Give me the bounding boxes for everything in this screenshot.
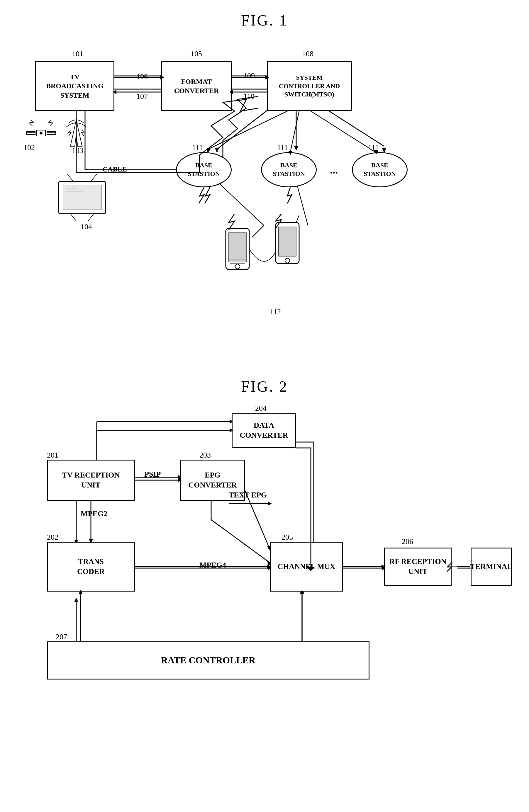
ref204: 204 bbox=[255, 404, 267, 413]
ref202: 202 bbox=[47, 533, 58, 542]
ref205: 205 bbox=[282, 533, 293, 542]
fig1-diagram: TV BROADCASTING SYSTEM 101 FORMAT CONVER… bbox=[18, 38, 511, 360]
svg-line-92 bbox=[211, 520, 269, 562]
ref101: 101 bbox=[72, 49, 83, 58]
data-converter-box: DATA CONVERTER bbox=[232, 413, 296, 448]
ref111-3: 111 bbox=[368, 143, 379, 152]
channel-mux-box: CHANNEL MUX bbox=[270, 542, 343, 592]
ref105: 105 bbox=[190, 49, 202, 58]
base-station-2: BASE STASTION bbox=[261, 152, 317, 187]
svg-rect-21 bbox=[26, 132, 35, 134]
ref106: 106 bbox=[137, 72, 148, 81]
dots: ... bbox=[330, 164, 338, 176]
svg-marker-69 bbox=[268, 502, 272, 506]
fig2-diagram: DATA CONVERTER 204 TV RECEPTION UNIT 201… bbox=[18, 404, 511, 726]
cable-label: CABLE bbox=[103, 165, 127, 173]
svg-marker-12 bbox=[294, 146, 298, 151]
trans-coder-box: TRANS CODER bbox=[47, 542, 135, 592]
base-station-1: BASE STASTION bbox=[176, 152, 232, 187]
ref112: 112 bbox=[270, 307, 281, 316]
rf-reception-box: RF RECEPTION UNIT bbox=[384, 548, 452, 586]
svg-line-31 bbox=[91, 174, 97, 182]
ref201: 201 bbox=[47, 451, 58, 460]
ref109: 109 bbox=[243, 72, 255, 80]
psip-label: PSIP bbox=[144, 470, 161, 479]
svg-marker-10 bbox=[215, 148, 219, 153]
page-container: FIG. 1 bbox=[0, 0, 529, 738]
svg-marker-79 bbox=[74, 598, 78, 602]
svg-line-53 bbox=[290, 111, 299, 152]
tv-reception-box: TV RECEPTION UNIT bbox=[47, 460, 135, 501]
base-station-3: BASE STASTION bbox=[352, 152, 408, 187]
mpeg2-label: MPEG2 bbox=[81, 509, 107, 518]
ref110: 110 bbox=[243, 92, 255, 101]
tv-broadcasting-box: TV BROADCASTING SYSTEM bbox=[35, 61, 114, 111]
fig2-title: FIG. 2 bbox=[18, 378, 511, 395]
terminal-box: TERMINAL bbox=[471, 548, 512, 586]
system-controller-box: SYSTEM CONTROLLER AND SWITCH(MTSO) bbox=[267, 61, 352, 111]
svg-rect-35 bbox=[229, 233, 246, 262]
ref102: 102 bbox=[24, 143, 35, 152]
ref103: 103 bbox=[72, 146, 83, 155]
ref104: 104 bbox=[81, 222, 92, 231]
fig1-title: FIG. 1 bbox=[18, 12, 511, 29]
ref206: 206 bbox=[402, 537, 413, 546]
format-converter-box: FORMAT CONVERTER bbox=[161, 61, 232, 111]
tower-icon bbox=[65, 114, 88, 150]
ref207: 207 bbox=[56, 633, 67, 641]
ref203: 203 bbox=[199, 451, 211, 460]
mobile-phones bbox=[217, 214, 334, 309]
svg-point-23 bbox=[40, 132, 43, 134]
ref107: 107 bbox=[137, 92, 148, 101]
svg-line-55 bbox=[311, 111, 375, 152]
svg-rect-22 bbox=[47, 132, 56, 134]
svg-marker-29 bbox=[70, 214, 94, 221]
svg-line-30 bbox=[68, 174, 73, 182]
svg-rect-40 bbox=[278, 227, 296, 256]
text-epg-label: TEXT EPG bbox=[229, 490, 267, 499]
svg-marker-26 bbox=[70, 120, 82, 146]
rate-controller-box: RATE CONTROLLER bbox=[47, 641, 370, 680]
tv-icon bbox=[53, 173, 111, 227]
mpeg4-label: MPEG4 bbox=[199, 561, 226, 569]
svg-point-41 bbox=[285, 258, 290, 263]
ref111-1: 111 bbox=[192, 143, 203, 152]
ref111-2: 111 bbox=[277, 143, 288, 152]
ref108: 108 bbox=[302, 49, 313, 58]
svg-line-51 bbox=[208, 111, 287, 149]
svg-line-42 bbox=[296, 215, 299, 222]
svg-point-36 bbox=[235, 264, 240, 269]
